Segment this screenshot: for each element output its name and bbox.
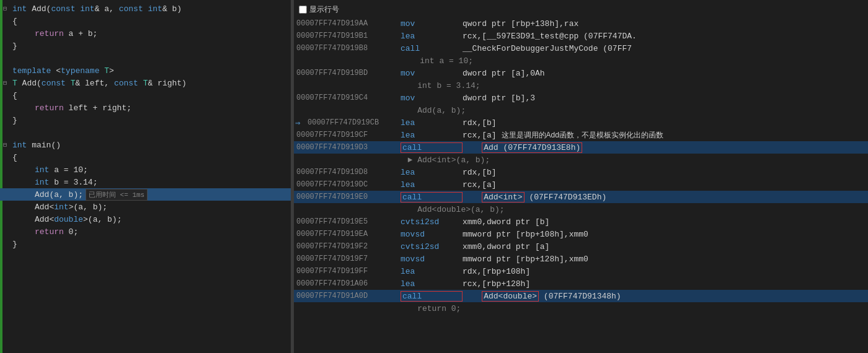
disassembly-toolbar: 显示行号	[294, 2, 868, 16]
arrow-icon: ⇒	[295, 118, 300, 128]
show-line-numbers-text: 显示行号	[309, 4, 339, 15]
code-line-16-current: Add(a, b); 已用时间 <= 1ms	[0, 188, 291, 201]
code-line-8: {	[0, 89, 291, 102]
source-return: return 0;	[294, 302, 868, 315]
code-line-17: Add<int>(a, b);	[0, 201, 291, 213]
code-line-9: return left + right;	[0, 102, 291, 114]
asm-line-91a0d: 00007FF747D91A0D call Add<double> (07FF7…	[294, 290, 868, 302]
source-add-double: Add<double>(a, b);	[294, 203, 868, 216]
source-code-panel: ⊟ int Add(const int& a, const int& b) { …	[0, 0, 291, 353]
asm-line-91a06: 00007FF747D91A06 lea rcx,[rbp+128h]	[294, 277, 868, 290]
asm-line-919b8: 00007FF747D919B8 call __CheckForDebugger…	[294, 42, 868, 54]
code-line-1: ⊟ int Add(const int& a, const int& b)	[0, 2, 291, 15]
code-line-14: int a = 10;	[0, 163, 291, 176]
code-line-2: {	[0, 15, 291, 27]
code-line-12: ⊟ int main()	[0, 139, 291, 151]
asm-line-919aa: 00007FF747D919AA mov qword ptr [rbp+138h…	[294, 17, 868, 30]
asm-line-919d8: 00007FF747D919D8 lea rdx,[b]	[294, 166, 868, 178]
code-line-13: {	[0, 151, 291, 163]
asm-line-919f2: 00007FF747D919F2 cvtsi2sd xmm0,dword ptr…	[294, 240, 868, 253]
disassembly-panel: 显示行号 00007FF747D919AA mov qword ptr [rbp…	[294, 0, 868, 353]
add-comment: 这里是调用的Add函数，不是模板实例化出的函数	[502, 130, 663, 141]
call-mnemonic-2: call	[401, 192, 463, 203]
timing-annotation: 已用时间 <= 1ms	[86, 189, 148, 201]
call-target-3: Add<double>	[482, 291, 539, 302]
asm-line-919bd: 00007FF747D919BD mov dword ptr [a],0Ah	[294, 67, 868, 79]
source-int-b: int b = 3.14;	[294, 79, 868, 92]
asm-line-919e0: 00007FF747D919E0 call Add<int> (07FF747D…	[294, 191, 868, 203]
asm-line-919dc: 00007FF747D919DC lea rcx,[a]	[294, 178, 868, 191]
source-int-a: int a = 10;	[294, 54, 868, 67]
code-line-15: int b = 3.14;	[0, 176, 291, 188]
asm-line-919c4: 00007FF747D919C4 mov dword ptr [b],3	[294, 92, 868, 104]
call-target-1: Add (07FF747D913E8h)	[482, 142, 582, 153]
call-target-2: Add<int>	[482, 192, 524, 203]
asm-line-919cf: 00007FF747D919CF lea rcx,[a] 这里是调用的Add函数…	[294, 129, 868, 141]
asm-line-919f7: 00007FF747D919F7 movsd mmword ptr [rbp+1…	[294, 253, 868, 265]
code-line-5	[0, 52, 291, 64]
collapse-icon-7[interactable]: ⊟	[3, 79, 7, 87]
source-add-int: ► Add<int>(a, b);	[294, 154, 868, 166]
asm-line-919d3: 00007FF747D919D3 call Add (07FF747D913E8…	[294, 141, 868, 154]
call-mnemonic-1: call	[401, 142, 463, 153]
show-line-numbers-label[interactable]: 显示行号	[299, 4, 339, 15]
code-line-4: }	[0, 40, 291, 52]
asm-line-919e5: 00007FF747D919E5 cvtsi2sd xmm0,dword ptr…	[294, 216, 868, 228]
source-add-ab: Add(a, b);	[294, 104, 868, 116]
collapse-icon-12[interactable]: ⊟	[3, 141, 7, 149]
code-line-3: return a + b;	[0, 27, 291, 40]
code-line-20: }	[0, 238, 291, 250]
asm-line-919b1: 00007FF747D919B1 lea rcx,[__597E3D91_tes…	[294, 30, 868, 42]
code-line-10: }	[0, 114, 291, 126]
code-line-18: Add<double>(a, b);	[0, 213, 291, 225]
collapse-icon-1[interactable]: ⊟	[3, 5, 7, 12]
code-line-7: ⊟ T Add(const T& left, const T& right)	[0, 77, 291, 89]
asm-line-919ff: 00007FF747D919FF lea rdx,[rbp+108h]	[294, 265, 868, 277]
code-line-19: return 0;	[0, 225, 291, 238]
show-line-numbers-checkbox[interactable]	[299, 6, 307, 14]
code-line-11	[0, 126, 291, 139]
call-mnemonic-3: call	[401, 291, 463, 302]
code-line-6: template <typename T>	[0, 64, 291, 77]
asm-line-919ea: 00007FF747D919EA movsd mmword ptr [rbp+1…	[294, 228, 868, 240]
asm-line-919cb: ⇒ 00007FF747D919CB lea rdx,[b]	[294, 116, 868, 129]
